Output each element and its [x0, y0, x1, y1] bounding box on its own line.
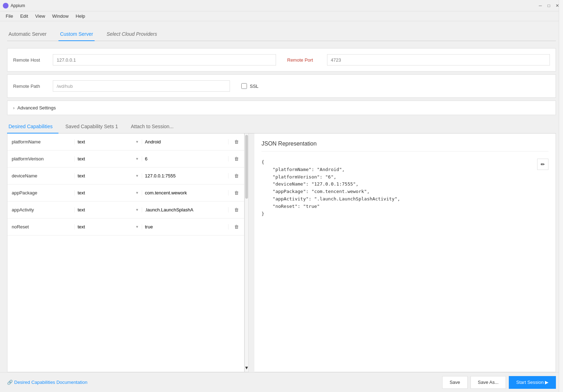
main-content: Automatic Server Custom Server Select Cl…	[0, 21, 563, 372]
save-button[interactable]: Save	[442, 376, 468, 389]
table-row: appPackage text ▼ 🗑	[7, 184, 244, 201]
json-edit-button[interactable]: ✏	[537, 159, 548, 170]
app-icon	[3, 3, 9, 8]
table-row: platformName text ▼ 🗑	[7, 133, 244, 150]
capability-table: platformName text ▼ 🗑 platformVerison te…	[7, 133, 244, 372]
scrollbar[interactable]: ▼	[244, 133, 249, 372]
tab-custom-server[interactable]: Custom Server	[58, 28, 94, 41]
json-panel-title: JSON Representation	[261, 141, 548, 152]
title-bar: Appium ─ □ ✕	[0, 0, 563, 11]
table-row: platformVerison text ▼ 🗑	[7, 150, 244, 167]
tab-saved-capability-sets[interactable]: Saved Capability Sets 1	[64, 121, 124, 133]
cap-value-input-1[interactable]	[145, 156, 225, 161]
cap-type-select-3[interactable]: text	[78, 190, 135, 195]
host-port-section: Remote Host Remote Port	[7, 48, 556, 72]
remote-host-input[interactable]	[53, 54, 276, 66]
menu-window[interactable]: Window	[49, 13, 71, 19]
cap-delete-5[interactable]: 🗑	[229, 224, 244, 229]
tab-attach-session[interactable]: Attach to Session...	[129, 121, 179, 133]
menu-edit[interactable]: Edit	[17, 13, 31, 19]
menu-file[interactable]: File	[3, 13, 16, 19]
menu-view[interactable]: View	[32, 13, 48, 19]
table-row: appActivity text ▼ 🗑	[7, 201, 244, 218]
host-port-row: Remote Host Remote Port	[13, 54, 550, 66]
advanced-settings-section[interactable]: › Advanced Settings	[7, 101, 556, 115]
ssl-checkbox[interactable]	[241, 83, 247, 89]
capability-tabs: Desired Capabilities Saved Capability Se…	[7, 121, 556, 133]
cap-delete-0[interactable]: 🗑	[229, 139, 244, 144]
menu-bar: File Edit View Window Help	[0, 11, 563, 21]
cap-value-1[interactable]	[142, 156, 229, 161]
cap-type-5[interactable]: text ▼	[75, 224, 142, 229]
tab-desired-capabilities[interactable]: Desired Capabilities	[7, 121, 58, 133]
cap-value-4[interactable]	[142, 207, 229, 212]
cap-value-2[interactable]	[142, 173, 229, 178]
close-button[interactable]: ✕	[554, 3, 560, 8]
link-icon: 🔗	[7, 380, 13, 385]
json-representation-panel: JSON Representation { "platformName": "A…	[254, 133, 556, 372]
cap-value-5[interactable]	[142, 224, 229, 229]
dropdown-arrow-2: ▼	[135, 174, 139, 178]
minimize-button[interactable]: ─	[537, 3, 543, 8]
chevron-right-icon: ›	[13, 106, 15, 110]
json-content: { "platformName": "Android", "platformVe…	[261, 159, 548, 365]
footer-buttons: Save Save As... Start Session ▶	[442, 376, 556, 389]
json-text: { "platformName": "Android", "platformVe…	[261, 159, 548, 217]
ssl-row: SSL	[241, 83, 259, 89]
scroll-down-arrow[interactable]: ▼	[244, 365, 249, 372]
cap-delete-1[interactable]: 🗑	[229, 156, 244, 161]
cap-type-1[interactable]: text ▼	[75, 156, 142, 161]
cap-type-select-0[interactable]: text	[78, 139, 135, 144]
cap-value-input-4[interactable]	[145, 207, 225, 212]
cap-value-input-5[interactable]	[145, 224, 225, 229]
app-title: Appium	[11, 3, 537, 8]
save-as-button[interactable]: Save As...	[471, 376, 506, 389]
window-controls: ─ □ ✕	[537, 3, 560, 8]
cap-name-0: platformName	[7, 139, 75, 144]
dropdown-arrow-1: ▼	[135, 157, 139, 161]
doc-link-label: Desired Capabilities Documentation	[14, 380, 88, 385]
table-row: deviceName text ▼ 🗑	[7, 167, 244, 184]
cap-type-select-1[interactable]: text	[78, 156, 135, 161]
tab-automatic-server[interactable]: Automatic Server	[7, 28, 48, 41]
cap-type-3[interactable]: text ▼	[75, 190, 142, 195]
server-tabs: Automatic Server Custom Server Select Cl…	[7, 28, 556, 41]
cap-name-5: noReset	[7, 224, 75, 229]
cap-value-0[interactable]	[142, 139, 229, 144]
doc-link[interactable]: 🔗 Desired Capabilities Documentation	[7, 380, 88, 385]
cap-delete-3[interactable]: 🗑	[229, 190, 244, 195]
ssl-label: SSL	[250, 84, 259, 89]
cap-value-input-0[interactable]	[145, 139, 225, 144]
advanced-settings-label: Advanced Settings	[17, 105, 56, 110]
cap-name-2: deviceName	[7, 173, 75, 178]
cap-value-input-3[interactable]	[145, 190, 225, 195]
cap-name-4: appActivity	[7, 207, 75, 212]
cap-type-4[interactable]: text ▼	[75, 207, 142, 212]
start-session-button[interactable]: Start Session ▶	[509, 376, 556, 389]
remote-port-input[interactable]	[327, 54, 550, 66]
capability-rows: platformName text ▼ 🗑 platformVerison te…	[7, 133, 244, 372]
cap-type-2[interactable]: text ▼	[75, 173, 142, 178]
dropdown-arrow-0: ▼	[135, 140, 139, 144]
maximize-button[interactable]: □	[546, 3, 552, 8]
dropdown-arrow-5: ▼	[135, 225, 139, 229]
cap-value-3[interactable]	[142, 190, 229, 195]
cap-type-select-5[interactable]: text	[78, 224, 135, 229]
cap-type-select-2[interactable]: text	[78, 173, 135, 178]
path-ssl-row: Remote Path SSL	[13, 80, 550, 92]
cap-name-1: platformVerison	[7, 156, 75, 161]
cap-type-0[interactable]: text ▼	[75, 139, 142, 144]
cap-delete-2[interactable]: 🗑	[229, 173, 244, 178]
table-row: noReset text ▼ 🗑	[7, 218, 244, 235]
scrollbar-thumb	[245, 135, 248, 199]
footer: 🔗 Desired Capabilities Documentation Sav…	[0, 372, 563, 392]
dropdown-arrow-3: ▼	[135, 191, 139, 195]
remote-host-label: Remote Host	[13, 57, 49, 63]
menu-help[interactable]: Help	[73, 13, 88, 19]
tab-cloud-providers[interactable]: Select Cloud Providers	[105, 28, 158, 41]
cap-delete-4[interactable]: 🗑	[229, 207, 244, 212]
cap-type-select-4[interactable]: text	[78, 207, 135, 212]
remote-port-label: Remote Port	[287, 57, 323, 63]
cap-value-input-2[interactable]	[145, 173, 225, 178]
remote-path-input[interactable]	[53, 80, 230, 92]
